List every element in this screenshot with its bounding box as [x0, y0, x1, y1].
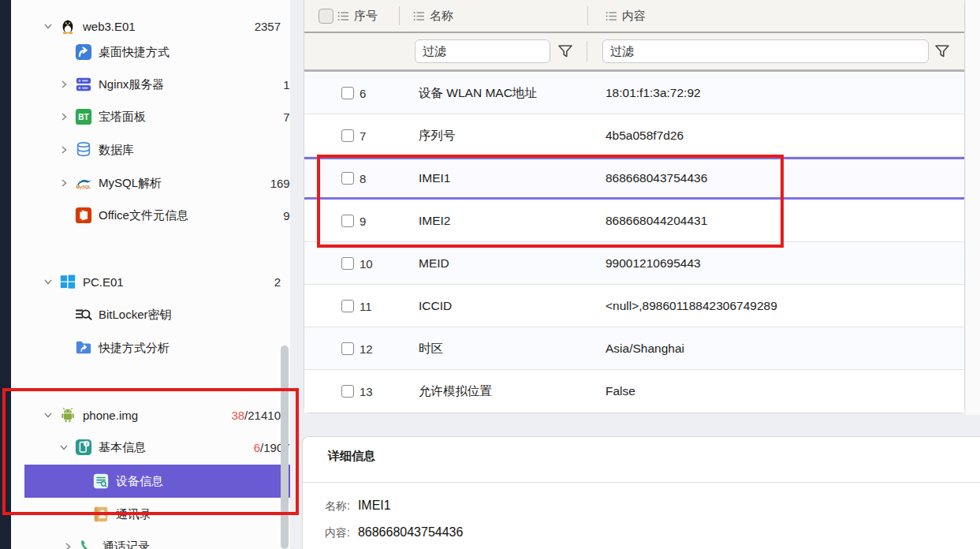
table-row[interactable]: 8 IMEI1 868668043754436	[304, 157, 964, 200]
filter-row	[304, 33, 964, 72]
row-checkbox[interactable]	[341, 172, 354, 185]
sidebar-item-call-log[interactable]: 通话记录 6	[24, 530, 324, 549]
table-row[interactable]: 13 允许模拟位置 False	[304, 370, 964, 413]
chevron-right-icon[interactable]	[60, 540, 76, 549]
sidebar-item-label: 通话记录	[102, 540, 150, 549]
row-number: 12	[360, 342, 373, 355]
sidebar-item-label: 桌面快捷方式	[99, 45, 170, 60]
column-header-content[interactable]: 内容	[606, 0, 646, 32]
mysql-icon: MySQL	[75, 174, 92, 192]
table-row[interactable]: 7 序列号 4b5a058f7d26	[304, 114, 964, 157]
call-log-icon	[79, 538, 96, 549]
filter-funnel-icon[interactable]	[933, 43, 951, 60]
chevron-right-icon[interactable]	[56, 144, 72, 156]
table-row[interactable]: 11 ICCID <null>,89860118842306749289	[304, 285, 964, 327]
sidebar-scrollbar-thumb[interactable]	[281, 345, 289, 549]
list-icon	[606, 11, 617, 21]
table-header-row: 序号 名称 内容	[304, 0, 964, 33]
table-body: 6 设备 WLAN MAC地址 18:01:f1:3a:72:92 7 序列号 …	[304, 72, 964, 413]
column-divider	[587, 41, 587, 62]
row-name: IMEI1	[419, 171, 450, 185]
chevron-down-icon[interactable]	[40, 409, 56, 421]
table-row[interactable]: 10 MEID 99001210695443	[304, 242, 964, 285]
chevron-spacer	[73, 508, 89, 521]
sidebar-item-bt-panel[interactable]: BT 宝塔面板 72	[24, 100, 320, 133]
sidebar-item-bitlocker-key[interactable]: BitLocker密钥 1	[24, 298, 320, 331]
row-name: MEID	[419, 256, 449, 271]
select-all-checkbox[interactable]	[319, 9, 333, 24]
row-number: 6	[360, 86, 366, 99]
name-filter-input[interactable]	[415, 39, 550, 63]
chevron-down-icon[interactable]	[40, 275, 56, 288]
row-number: 10	[360, 256, 373, 270]
row-name: 允许模拟位置	[419, 383, 492, 400]
basic-info-icon: i	[75, 439, 92, 456]
chevron-down-icon[interactable]	[40, 20, 56, 32]
row-checkbox[interactable]	[341, 215, 354, 227]
chevron-spacer	[56, 342, 72, 354]
nginx-server-icon	[75, 76, 92, 93]
chevron-spacer	[56, 46, 72, 58]
column-header-name[interactable]: 名称	[413, 0, 453, 32]
sidebar-item-basic-info[interactable]: i 基本信息 6/19073	[24, 431, 320, 464]
row-value: 18:01:f1:3a:72:92	[606, 86, 701, 100]
column-header-seq[interactable]: 序号	[337, 0, 378, 32]
field-label: 名称:	[325, 499, 350, 514]
field-value: IMEI1	[358, 499, 391, 513]
sidebar-item-pc-e01[interactable]: PC.E01 2	[24, 265, 304, 298]
sidebar-item-office-metadata[interactable]: Office文件元信息 93	[24, 199, 320, 232]
right-gutter	[966, 0, 980, 415]
device-info-icon	[92, 472, 110, 490]
chevron-spacer	[73, 475, 89, 487]
left-rail	[0, 0, 11, 549]
row-name: 时区	[419, 340, 443, 357]
row-name: IMEI2	[419, 214, 450, 228]
row-checkbox[interactable]	[341, 300, 354, 312]
table-row[interactable]: 12 时区 Asia/Shanghai	[304, 327, 964, 370]
sidebar-item-label: Office文件元信息	[99, 208, 188, 223]
divider	[303, 482, 980, 483]
row-value: <null>,89860118842306749289	[606, 299, 777, 313]
sidebar-item-desktop-shortcuts[interactable]: 桌面快捷方式 2	[24, 35, 320, 69]
sidebar-item-label: 快捷方式分析	[99, 341, 170, 356]
sidebar-item-label: 数据库	[99, 143, 134, 158]
row-checkbox[interactable]	[341, 257, 354, 270]
forensic-app-window: web3.E01 2357 桌面快捷方式 2 Nginx服务器 16 BT 宝塔…	[0, 0, 980, 549]
row-checkbox[interactable]	[341, 385, 354, 398]
row-name: 序列号	[419, 127, 456, 144]
row-value: 99001210695443	[606, 256, 701, 271]
shortcut-icon	[75, 43, 92, 61]
hit-count: 6	[254, 441, 260, 454]
column-label: 序号	[354, 9, 378, 24]
row-checkbox[interactable]	[341, 87, 354, 99]
content-filter-input[interactable]	[602, 39, 929, 63]
row-number: 7	[360, 129, 366, 142]
detail-field-content: 内容: 868668043754436	[325, 525, 463, 540]
sidebar-item-nginx-server[interactable]: Nginx服务器 16	[24, 68, 320, 101]
column-label: 内容	[622, 9, 646, 24]
detail-field-name: 名称: IMEI1	[325, 499, 391, 514]
table-row[interactable]: 9 IMEI2 868668044204431	[304, 200, 964, 242]
row-checkbox[interactable]	[341, 342, 354, 355]
sidebar-item-phone-img[interactable]: phone.img 38/21410	[24, 398, 304, 431]
chevron-right-icon[interactable]	[56, 78, 72, 91]
row-number: 13	[360, 385, 373, 398]
sidebar-item-label: 基本信息	[99, 440, 146, 455]
field-value: 868668043754436	[358, 525, 463, 540]
sidebar-item-label: Nginx服务器	[99, 77, 164, 92]
filter-funnel-icon[interactable]	[557, 43, 574, 60]
svg-text:BT: BT	[78, 113, 89, 121]
row-checkbox[interactable]	[341, 129, 354, 142]
column-divider	[399, 6, 400, 25]
chevron-right-icon[interactable]	[56, 177, 72, 189]
sidebar-item-mysql-parse[interactable]: MySQL MySQL解析 1699	[24, 166, 320, 200]
sidebar-item-database[interactable]: 数据库 1	[24, 133, 320, 166]
row-number: 8	[360, 172, 366, 185]
table-row[interactable]: 6 设备 WLAN MAC地址 18:01:f1:3a:72:92	[304, 72, 964, 114]
chevron-right-icon[interactable]	[56, 110, 72, 123]
sidebar-item-shortcut-analysis[interactable]: 快捷方式分析 1	[24, 331, 320, 364]
chevron-down-icon[interactable]	[56, 441, 72, 454]
row-value: Asia/Shanghai	[606, 342, 684, 356]
sidebar-item-label: PC.E01	[83, 275, 124, 289]
tux-icon	[59, 17, 76, 35]
